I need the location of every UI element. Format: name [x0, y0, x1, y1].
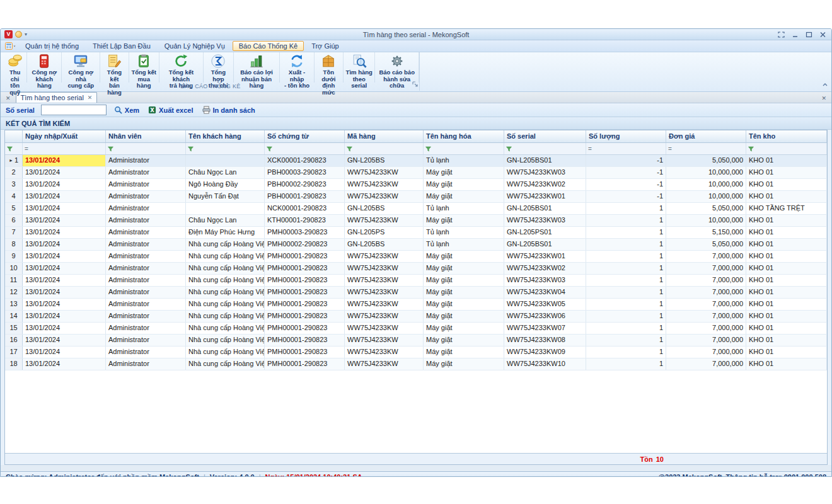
table-row[interactable]: 1513/01/2024AdministratorNhà cung cấp Ho…: [5, 323, 827, 335]
cell-doc: PMH00001-290823: [265, 275, 345, 286]
quick-access-icon[interactable]: [15, 31, 22, 38]
table-row[interactable]: 413/01/2024AdministratorNguyễn Tấn ĐạtPB…: [5, 191, 827, 203]
document-tab-find-serial[interactable]: Tìm hàng theo serial ✕: [16, 92, 98, 103]
statusbar-right: @2023 MekongSoft. Thông tin hỗ trợ: 0901…: [658, 473, 826, 477]
app-menu-button[interactable]: [3, 42, 18, 50]
filter-cell-name[interactable]: [424, 143, 504, 154]
report-customer-returns-button[interactable]: Tổng kết khách trả hàng: [159, 52, 204, 83]
table-row[interactable]: 213/01/2024AdministratorChâu Ngọc LanPBH…: [5, 167, 827, 179]
report-min-stock-button[interactable]: Tồn dưới định mức: [315, 52, 344, 83]
cell-staff: Administrator: [106, 191, 186, 202]
cell-customer: Nhà cung cấp Hoàng Việt: [186, 346, 265, 358]
view-button[interactable]: Xem: [113, 106, 141, 114]
close-button[interactable]: [818, 30, 828, 38]
report-customer-debt-button[interactable]: Công nợ khách hàng: [27, 52, 62, 83]
column-header-code[interactable]: Mã hàng: [345, 130, 424, 142]
export-excel-button[interactable]: X Xuất excel: [147, 106, 194, 114]
table-row[interactable]: 613/01/2024AdministratorChâu Ngọc LanKTH…: [5, 215, 827, 227]
filter-cell-staff[interactable]: [106, 143, 186, 154]
fullscreen-button[interactable]: [776, 30, 786, 38]
cell-date: 13/01/2024: [23, 275, 106, 286]
filter-cell-date[interactable]: =: [23, 143, 106, 154]
cell-name: Máy giặt: [424, 215, 504, 226]
ribbon-collapse-icon[interactable]: [822, 78, 828, 89]
table-row[interactable]: 1313/01/2024AdministratorNhà cung cấp Ho…: [5, 299, 827, 311]
column-header-serial[interactable]: Số serial: [504, 130, 586, 142]
report-income-expense-button[interactable]: Tổng hợp thu chi: [204, 52, 233, 83]
menu-tab-1[interactable]: Quản trị hệ thống: [19, 41, 85, 51]
report-find-serial-button[interactable]: Tìm hàng theo serial: [344, 52, 375, 83]
cell-serial: WW75J4233KW02: [504, 179, 586, 190]
cell-doc: XCK00001-290823: [265, 155, 345, 166]
app-logo-icon[interactable]: V: [4, 30, 13, 38]
sigma-icon: [211, 54, 226, 69]
table-row[interactable]: 1413/01/2024AdministratorNhà cung cấp Ho…: [5, 311, 827, 323]
minimize-button[interactable]: [790, 30, 800, 38]
report-inventory-flow-button[interactable]: Xuất - nhập - tồn kho: [280, 52, 314, 83]
table-row[interactable]: 713/01/2024AdministratorĐiện Máy Phúc Hư…: [5, 227, 827, 239]
column-header-doc[interactable]: Số chứng từ: [265, 130, 345, 142]
cell-qty: 1: [586, 275, 666, 286]
table-row[interactable]: 1213/01/2024AdministratorNhà cung cấp Ho…: [5, 287, 827, 299]
table-row[interactable]: 313/01/2024AdministratorNgô Hoàng ĐầyPBH…: [5, 179, 827, 191]
menu-tab-2[interactable]: Thiết Lập Ban Đầu: [86, 41, 157, 51]
menu-tab-5[interactable]: Trợ Giúp: [305, 41, 345, 51]
table-row[interactable]: 1713/01/2024AdministratorNhà cung cấp Ho…: [5, 346, 827, 358]
menu-tab-4[interactable]: Báo Cáo Thống Kê: [233, 41, 304, 51]
filter-cell-qty[interactable]: =: [586, 143, 666, 154]
column-header-name[interactable]: Tên hàng hóa: [424, 130, 504, 142]
cell-qty: 1: [586, 335, 666, 346]
cell-name: Máy giặt: [424, 251, 504, 262]
cell-staff: Administrator: [106, 227, 186, 238]
filter-cell-rownum[interactable]: [5, 143, 23, 154]
table-row[interactable]: 513/01/2024AdministratorNCK00001-290823G…: [5, 203, 827, 215]
filter-cell-price[interactable]: =: [666, 143, 746, 154]
report-cash-fund-button[interactable]: Thu chi tồn quỹ: [3, 52, 27, 83]
table-row[interactable]: 1013/01/2024AdministratorNhà cung cấp Ho…: [5, 263, 827, 275]
table-row[interactable]: 1613/01/2024AdministratorNhà cung cấp Ho…: [5, 335, 827, 346]
table-row[interactable]: 1813/01/2024AdministratorNhà cung cấp Ho…: [5, 358, 827, 370]
report-sales-summary-button[interactable]: Tổng kết bán hàng: [100, 52, 129, 83]
column-header-staff[interactable]: Nhân viên: [106, 130, 186, 142]
dialog-launcher-icon[interactable]: [412, 78, 418, 89]
filter-cell-doc[interactable]: [265, 143, 345, 154]
report-sales-profit-button[interactable]: Báo cáo lợi nhuận bán hàng: [234, 52, 280, 83]
cell-rownum: 15: [5, 323, 23, 334]
grid-body[interactable]: ►113/01/2024AdministratorXCK00001-290823…: [5, 155, 827, 453]
maximize-button[interactable]: [804, 30, 814, 38]
filter-cell-code[interactable]: [345, 143, 424, 154]
cell-qty: 1: [586, 251, 666, 262]
cell-warehouse: KHO 01: [746, 323, 827, 334]
cell-staff: Administrator: [106, 358, 186, 370]
filter-cell-serial[interactable]: [504, 143, 586, 154]
column-header-price[interactable]: Đơn giá: [666, 130, 746, 142]
column-header-warehouse[interactable]: Tên kho: [746, 130, 827, 142]
cell-serial: WW75J4233KW02: [504, 263, 586, 274]
version-text: Version: 4.0.0: [210, 473, 255, 477]
column-header-customer[interactable]: Tên khách hàng: [186, 130, 265, 142]
filter-cell-warehouse[interactable]: [746, 143, 827, 154]
table-row[interactable]: ►113/01/2024AdministratorXCK00001-290823…: [5, 155, 827, 167]
column-header-qty[interactable]: Số lượng: [586, 130, 666, 142]
cell-code: WW75J4233KW: [345, 179, 424, 190]
report-supplier-debt-button[interactable]: Công nợ nhà cung cấp: [62, 52, 100, 83]
print-list-button[interactable]: In danh sách: [201, 106, 257, 114]
cell-warehouse: KHO TẦNG TRỆT: [746, 203, 827, 214]
table-row[interactable]: 913/01/2024AdministratorNhà cung cấp Hoà…: [5, 251, 827, 263]
tabbar-right-close-icon[interactable]: ✕: [821, 95, 826, 101]
report-purchase-summary-button[interactable]: Tổng kết mua hàng: [129, 52, 159, 83]
serial-input[interactable]: [41, 105, 107, 115]
table-row[interactable]: 1113/01/2024AdministratorNhà cung cấp Ho…: [5, 275, 827, 287]
quick-access-dropdown-icon[interactable]: ▾: [25, 32, 27, 37]
cell-customer: Nhà cung cấp Hoàng Việt: [186, 239, 265, 250]
document-tab-close-icon[interactable]: ✕: [88, 94, 93, 101]
titlebar-left: V ▾: [4, 30, 80, 38]
tabbar-left-close-icon[interactable]: ✕: [6, 95, 11, 101]
filter-cell-customer[interactable]: [186, 143, 265, 154]
column-header-date[interactable]: Ngày nhập/Xuất: [23, 130, 106, 142]
menu-tab-3[interactable]: Quản Lý Nghiệp Vụ: [158, 41, 231, 51]
column-header-rownum[interactable]: [5, 130, 23, 142]
cell-rownum: 4: [5, 191, 23, 202]
cell-code: GN-L205BS: [345, 155, 424, 166]
table-row[interactable]: 813/01/2024AdministratorNhà cung cấp Hoà…: [5, 239, 827, 251]
